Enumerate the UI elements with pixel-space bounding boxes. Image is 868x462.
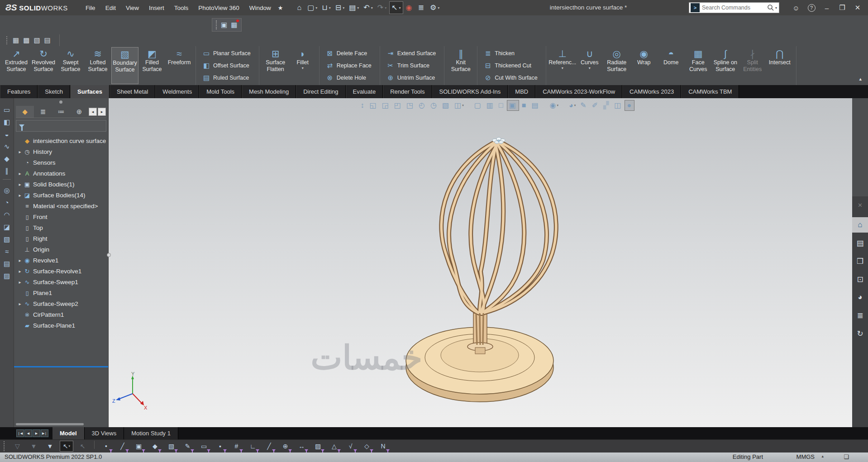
commandmanager-tab[interactable]: CAMWorks 2023-WorkFlow bbox=[535, 85, 622, 98]
headsup-button[interactable]: ✐ bbox=[590, 100, 601, 110]
headsup-button[interactable]: ✎ bbox=[578, 100, 589, 110]
search-input[interactable] bbox=[701, 4, 767, 11]
quick-access-button[interactable]: ▢ ▾ bbox=[305, 1, 319, 14]
task-pane-icon[interactable]: ⌂ bbox=[852, 217, 868, 233]
flyout-caret-icon[interactable]: ▾ bbox=[589, 66, 591, 70]
panel-horizontal-scrollbar[interactable] bbox=[16, 423, 84, 425]
menu-item[interactable]: View bbox=[121, 3, 144, 13]
dockbar-icon[interactable]: ▦ bbox=[13, 36, 19, 44]
pin-menu-icon[interactable]: ★ bbox=[278, 5, 283, 11]
quick-access-button[interactable]: ≣ bbox=[416, 1, 427, 14]
quick-access-button[interactable]: ⊟ ▾ bbox=[334, 1, 346, 14]
ribbon-button[interactable]: ∥ Knit Surface bbox=[447, 47, 474, 84]
dropdown-caret-icon[interactable]: ▾ bbox=[462, 104, 464, 107]
expand-arrow-icon[interactable]: ▸ bbox=[17, 258, 23, 263]
rollback-bar[interactable] bbox=[14, 366, 108, 367]
left-toolbar-icon[interactable]: ∥ bbox=[5, 166, 9, 178]
quick-access-button[interactable]: ⚙ ▾ bbox=[428, 1, 441, 14]
commandmanager-tab[interactable]: CAMWorks TBM bbox=[681, 85, 739, 98]
menu-item[interactable]: File bbox=[81, 3, 100, 13]
menu-item[interactable]: PhotoView 360 bbox=[193, 3, 244, 13]
ribbon-button[interactable]: ▤ Ruled Surface bbox=[199, 72, 256, 84]
expand-arrow-icon[interactable]: ▸ bbox=[17, 182, 23, 187]
ribbon-button[interactable]: ◩ Filled Surface bbox=[138, 47, 166, 84]
left-toolbar-icon[interactable]: ◒ bbox=[5, 129, 9, 141]
commandmanager-tab[interactable]: Evaluate bbox=[346, 85, 383, 98]
tab-scroll-button[interactable]: ❘◀ bbox=[16, 429, 24, 437]
headsup-button[interactable]: ▣ bbox=[507, 100, 519, 111]
tree-item[interactable]: ▸ ◷ History bbox=[14, 146, 108, 157]
tab-scroll-button[interactable]: ▶ bbox=[33, 429, 40, 437]
tree-item[interactable]: ▸ ∿ Surface-Sweep2 bbox=[14, 298, 108, 309]
filter-button[interactable]: ⊕ bbox=[279, 441, 292, 452]
commandmanager-tab[interactable]: CAMWorks 2023 bbox=[622, 85, 681, 98]
menu-item[interactable]: Edit bbox=[100, 3, 121, 13]
left-toolbar-icon[interactable]: ◧ bbox=[4, 117, 10, 129]
ribbon-button[interactable]: ▦ Face Curves bbox=[685, 47, 712, 84]
expand-arrow-icon[interactable]: ▸ bbox=[17, 171, 23, 176]
document-tab[interactable]: Motion Study 1 bbox=[124, 427, 178, 439]
tree-item[interactable]: ▰ Surface-Plane1 bbox=[14, 320, 108, 331]
ribbon-button[interactable]: ◎ Radiate Surface bbox=[603, 47, 630, 84]
commandmanager-tab[interactable]: Surfaces bbox=[70, 85, 110, 98]
task-pane-icon[interactable]: ◕ bbox=[852, 290, 868, 305]
menu-item[interactable]: Window bbox=[244, 3, 276, 13]
quick-access-button[interactable]: ↷ ▾ bbox=[376, 1, 388, 14]
commandmanager-tab[interactable]: Sketch bbox=[38, 85, 70, 98]
tree-item[interactable]: ▸ ∿ Surface-Sweep1 bbox=[14, 276, 108, 287]
left-toolbar-icon[interactable]: ▭ bbox=[4, 105, 10, 117]
filter-button[interactable]: ∟ bbox=[246, 441, 260, 452]
commandmanager-tab[interactable]: SOLIDWORKS Add-Ins bbox=[432, 85, 508, 98]
panel-tab[interactable]: ◆ bbox=[16, 106, 34, 118]
filter-button[interactable]: ◆ bbox=[148, 441, 162, 452]
ribbon-button[interactable]: ⊞ Surface Flatten bbox=[262, 47, 289, 84]
tree-item[interactable]: ▯ Top bbox=[14, 222, 108, 233]
menu-item[interactable]: Tools bbox=[169, 3, 194, 13]
dropdown-caret-icon[interactable]: ▾ bbox=[399, 6, 401, 10]
filter-button[interactable]: ↔ bbox=[295, 441, 309, 452]
dropdown-caret-icon[interactable]: ▾ bbox=[371, 6, 373, 10]
status-tag-icon[interactable]: ❏ bbox=[844, 453, 849, 460]
headsup-button[interactable]: ▞ bbox=[601, 100, 611, 110]
headsup-button[interactable]: ▢ bbox=[472, 100, 484, 110]
ribbon-button[interactable]: ⊥ Referenc... ▾ bbox=[549, 47, 576, 84]
left-toolbar-icon[interactable]: ∿ bbox=[4, 141, 10, 153]
tree-item[interactable]: ≡ Material <not specified> bbox=[14, 200, 108, 211]
filter-button[interactable]: ▭ bbox=[197, 441, 211, 452]
ribbon-button[interactable]: ◗ Fillet ▾ bbox=[289, 47, 316, 84]
left-toolbar-icon[interactable]: ▨ bbox=[4, 271, 10, 283]
headsup-button[interactable]: ■ bbox=[520, 100, 529, 110]
document-tab[interactable]: Model bbox=[52, 427, 85, 439]
dropdown-caret-icon[interactable]: ▾ bbox=[574, 104, 576, 107]
ribbon-button[interactable]: ▧ Boundary Surface bbox=[111, 47, 138, 84]
headsup-button[interactable]: ◉ ▾ bbox=[548, 100, 560, 110]
tree-item[interactable]: ▸ ◉ Revolve1 bbox=[14, 255, 108, 266]
dockbar-icon[interactable]: ▤ bbox=[44, 36, 51, 44]
task-pane-icon[interactable]: ≣ bbox=[852, 308, 868, 323]
filter-button[interactable]: ╱ bbox=[262, 441, 276, 452]
left-toolbar-icon[interactable]: ▧ bbox=[4, 234, 10, 246]
close-button[interactable]: ✕ bbox=[850, 0, 865, 15]
dropdown-caret-icon[interactable]: ▾ bbox=[329, 6, 331, 10]
ribbon-button[interactable]: ∿ Swept Surface bbox=[57, 47, 84, 84]
ribbon-button[interactable]: ↗ Extruded Surface bbox=[3, 47, 30, 84]
dropdown-caret-icon[interactable]: ▾ bbox=[438, 6, 439, 10]
ribbon-collapse-icon[interactable]: ▴ bbox=[859, 76, 862, 82]
tree-item[interactable]: ▸ A Annotations bbox=[14, 168, 108, 179]
expand-arrow-icon[interactable]: ▸ bbox=[17, 269, 23, 274]
filter-button[interactable]: ◇ bbox=[360, 441, 374, 452]
filter-button[interactable]: ▼ bbox=[27, 441, 41, 452]
filter-button[interactable]: √ bbox=[344, 441, 358, 452]
left-toolbar-icon[interactable]: ◆ bbox=[4, 153, 10, 166]
commandmanager-tab[interactable]: Features bbox=[0, 85, 38, 98]
filter-button[interactable]: ▼ bbox=[43, 441, 57, 452]
graphics-viewport[interactable]: ↕ ◱ ◲ ◰ bbox=[109, 98, 852, 427]
tree-item[interactable]: ⊥ Origin bbox=[14, 244, 108, 255]
panel-tab[interactable]: ▸ bbox=[98, 108, 106, 116]
tree-item[interactable]: ▸ ↻ Surface-Revolve1 bbox=[14, 266, 108, 276]
units-caret-icon[interactable]: ▴ bbox=[821, 454, 824, 458]
headsup-button[interactable]: ◴ bbox=[417, 100, 428, 110]
filter-button[interactable]: △ bbox=[328, 441, 341, 452]
headsup-button[interactable]: ▧ bbox=[440, 100, 452, 110]
left-toolbar-icon[interactable]: ◪ bbox=[4, 222, 10, 234]
